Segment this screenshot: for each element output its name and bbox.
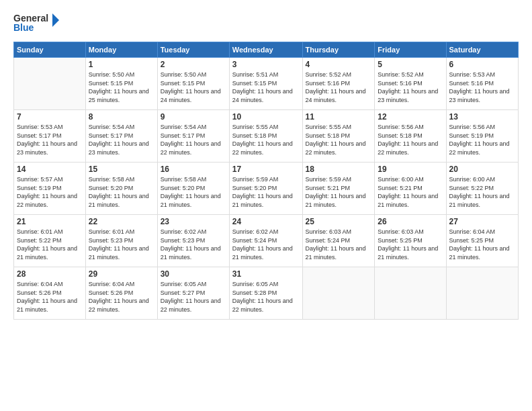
day-info: Sunrise: 5:59 AMSunset: 5:20 PMDaylight:… bbox=[232, 175, 300, 209]
calendar-cell: 29Sunrise: 6:04 AMSunset: 5:26 PMDayligh… bbox=[85, 267, 157, 320]
day-number: 2 bbox=[161, 60, 226, 69]
weekday-header: Thursday bbox=[302, 42, 375, 58]
day-number: 4 bbox=[306, 60, 372, 69]
day-info: Sunrise: 5:50 AMSunset: 5:15 PMDaylight:… bbox=[161, 71, 226, 104]
day-info: Sunrise: 6:05 AMSunset: 5:27 PMDaylight:… bbox=[161, 280, 226, 314]
calendar-cell: 23Sunrise: 6:02 AMSunset: 5:23 PMDayligh… bbox=[157, 215, 229, 267]
day-number: 14 bbox=[17, 165, 83, 174]
calendar-cell: 22Sunrise: 6:01 AMSunset: 5:23 PMDayligh… bbox=[85, 215, 157, 267]
calendar-cell: 30Sunrise: 6:05 AMSunset: 5:27 PMDayligh… bbox=[157, 267, 229, 320]
calendar-cell: 17Sunrise: 5:59 AMSunset: 5:20 PMDayligh… bbox=[229, 163, 302, 215]
calendar-cell: 2Sunrise: 5:50 AMSunset: 5:15 PMDaylight… bbox=[157, 58, 229, 110]
day-info: Sunrise: 6:00 AMSunset: 5:22 PMDaylight:… bbox=[449, 175, 515, 209]
day-number: 23 bbox=[161, 217, 226, 226]
table-row: 1Sunrise: 5:50 AMSunset: 5:15 PMDaylight… bbox=[14, 58, 519, 110]
day-info: Sunrise: 5:55 AMSunset: 5:18 PMDaylight:… bbox=[232, 123, 300, 156]
day-info: Sunrise: 5:58 AMSunset: 5:20 PMDaylight:… bbox=[161, 175, 226, 209]
day-info: Sunrise: 6:01 AMSunset: 5:23 PMDaylight:… bbox=[89, 228, 154, 261]
calendar-cell: 26Sunrise: 6:03 AMSunset: 5:25 PMDayligh… bbox=[375, 215, 446, 267]
day-info: Sunrise: 6:05 AMSunset: 5:28 PMDaylight:… bbox=[232, 280, 300, 314]
weekday-header: Sunday bbox=[14, 42, 86, 58]
calendar-cell: 8Sunrise: 5:54 AMSunset: 5:17 PMDaylight… bbox=[85, 110, 157, 163]
day-number: 26 bbox=[378, 217, 443, 226]
calendar-cell: 13Sunrise: 5:56 AMSunset: 5:19 PMDayligh… bbox=[446, 110, 518, 163]
day-info: Sunrise: 6:00 AMSunset: 5:21 PMDaylight:… bbox=[378, 175, 443, 209]
calendar-cell: 4Sunrise: 5:52 AMSunset: 5:16 PMDaylight… bbox=[302, 58, 375, 110]
day-number: 18 bbox=[306, 165, 372, 174]
weekday-header: Wednesday bbox=[229, 42, 302, 58]
day-number: 22 bbox=[89, 217, 154, 226]
calendar-cell: 21Sunrise: 6:01 AMSunset: 5:22 PMDayligh… bbox=[14, 215, 86, 267]
day-number: 15 bbox=[89, 165, 154, 174]
table-row: 28Sunrise: 6:04 AMSunset: 5:26 PMDayligh… bbox=[14, 267, 519, 320]
weekday-header: Monday bbox=[85, 42, 157, 58]
day-number: 30 bbox=[161, 269, 226, 279]
calendar-cell bbox=[14, 58, 86, 110]
day-info: Sunrise: 5:57 AMSunset: 5:19 PMDaylight:… bbox=[17, 175, 83, 209]
calendar-cell bbox=[375, 267, 446, 320]
calendar-cell: 15Sunrise: 5:58 AMSunset: 5:20 PMDayligh… bbox=[85, 163, 157, 215]
day-info: Sunrise: 5:52 AMSunset: 5:16 PMDaylight:… bbox=[378, 71, 443, 104]
day-number: 21 bbox=[17, 217, 83, 226]
day-info: Sunrise: 5:59 AMSunset: 5:21 PMDaylight:… bbox=[306, 175, 372, 209]
day-number: 5 bbox=[378, 60, 443, 69]
weekday-header: Friday bbox=[375, 42, 446, 58]
day-number: 1 bbox=[89, 60, 154, 69]
day-info: Sunrise: 6:02 AMSunset: 5:23 PMDaylight:… bbox=[161, 228, 226, 261]
calendar-cell: 3Sunrise: 5:51 AMSunset: 5:15 PMDaylight… bbox=[229, 58, 302, 110]
header: GeneralBlue bbox=[13, 11, 519, 35]
day-number: 9 bbox=[161, 112, 226, 122]
calendar-cell: 31Sunrise: 6:05 AMSunset: 5:28 PMDayligh… bbox=[229, 267, 302, 320]
day-info: Sunrise: 6:03 AMSunset: 5:25 PMDaylight:… bbox=[378, 228, 443, 261]
day-number: 28 bbox=[17, 269, 83, 279]
calendar-cell: 24Sunrise: 6:02 AMSunset: 5:24 PMDayligh… bbox=[229, 215, 302, 267]
day-number: 29 bbox=[89, 269, 154, 279]
logo-svg: GeneralBlue bbox=[13, 11, 60, 35]
day-info: Sunrise: 6:02 AMSunset: 5:24 PMDaylight:… bbox=[232, 228, 300, 261]
day-info: Sunrise: 6:03 AMSunset: 5:24 PMDaylight:… bbox=[306, 228, 372, 261]
table-row: 14Sunrise: 5:57 AMSunset: 5:19 PMDayligh… bbox=[14, 163, 519, 215]
calendar-cell: 27Sunrise: 6:04 AMSunset: 5:25 PMDayligh… bbox=[446, 215, 518, 267]
day-number: 25 bbox=[306, 217, 372, 226]
day-info: Sunrise: 5:50 AMSunset: 5:15 PMDaylight:… bbox=[89, 71, 154, 104]
day-number: 20 bbox=[449, 165, 515, 174]
calendar-cell: 6Sunrise: 5:53 AMSunset: 5:16 PMDaylight… bbox=[446, 58, 518, 110]
day-number: 3 bbox=[232, 60, 300, 69]
day-number: 19 bbox=[378, 165, 443, 174]
day-number: 17 bbox=[232, 165, 300, 174]
calendar-cell: 18Sunrise: 5:59 AMSunset: 5:21 PMDayligh… bbox=[302, 163, 375, 215]
svg-marker-2 bbox=[52, 13, 59, 27]
calendar-cell bbox=[302, 267, 375, 320]
header-row: SundayMondayTuesdayWednesdayThursdayFrid… bbox=[14, 42, 519, 58]
day-info: Sunrise: 5:53 AMSunset: 5:16 PMDaylight:… bbox=[449, 71, 515, 104]
calendar-cell: 12Sunrise: 5:56 AMSunset: 5:18 PMDayligh… bbox=[375, 110, 446, 163]
table-row: 21Sunrise: 6:01 AMSunset: 5:22 PMDayligh… bbox=[14, 215, 519, 267]
calendar-cell: 25Sunrise: 6:03 AMSunset: 5:24 PMDayligh… bbox=[302, 215, 375, 267]
day-number: 27 bbox=[449, 217, 515, 226]
day-info: Sunrise: 5:53 AMSunset: 5:17 PMDaylight:… bbox=[17, 123, 83, 156]
calendar-cell: 9Sunrise: 5:54 AMSunset: 5:17 PMDaylight… bbox=[157, 110, 229, 163]
day-number: 12 bbox=[378, 112, 443, 122]
calendar-cell: 10Sunrise: 5:55 AMSunset: 5:18 PMDayligh… bbox=[229, 110, 302, 163]
day-info: Sunrise: 5:56 AMSunset: 5:19 PMDaylight:… bbox=[449, 123, 515, 156]
day-info: Sunrise: 5:56 AMSunset: 5:18 PMDaylight:… bbox=[378, 123, 443, 156]
weekday-header: Tuesday bbox=[157, 42, 229, 58]
day-info: Sunrise: 6:04 AMSunset: 5:26 PMDaylight:… bbox=[17, 280, 83, 314]
day-number: 8 bbox=[89, 112, 154, 122]
day-info: Sunrise: 5:55 AMSunset: 5:18 PMDaylight:… bbox=[306, 123, 372, 156]
calendar-cell: 7Sunrise: 5:53 AMSunset: 5:17 PMDaylight… bbox=[14, 110, 86, 163]
day-info: Sunrise: 6:01 AMSunset: 5:22 PMDaylight:… bbox=[17, 228, 83, 261]
table-row: 7Sunrise: 5:53 AMSunset: 5:17 PMDaylight… bbox=[14, 110, 519, 163]
day-info: Sunrise: 5:51 AMSunset: 5:15 PMDaylight:… bbox=[232, 71, 300, 104]
calendar-cell: 14Sunrise: 5:57 AMSunset: 5:19 PMDayligh… bbox=[14, 163, 86, 215]
day-info: Sunrise: 5:54 AMSunset: 5:17 PMDaylight:… bbox=[161, 123, 226, 156]
day-number: 13 bbox=[449, 112, 515, 122]
calendar-table: SundayMondayTuesdayWednesdayThursdayFrid… bbox=[13, 42, 519, 320]
calendar-cell: 20Sunrise: 6:00 AMSunset: 5:22 PMDayligh… bbox=[446, 163, 518, 215]
day-info: Sunrise: 5:54 AMSunset: 5:17 PMDaylight:… bbox=[89, 123, 154, 156]
calendar-cell bbox=[446, 267, 518, 320]
calendar-cell: 16Sunrise: 5:58 AMSunset: 5:20 PMDayligh… bbox=[157, 163, 229, 215]
calendar-cell: 5Sunrise: 5:52 AMSunset: 5:16 PMDaylight… bbox=[375, 58, 446, 110]
page: GeneralBlue SundayMondayTuesdayWednesday… bbox=[0, 0, 532, 411]
day-number: 6 bbox=[449, 60, 515, 69]
